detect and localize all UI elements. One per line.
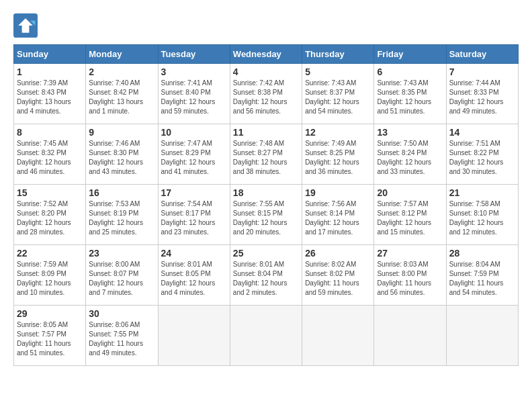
day-number: 4 <box>233 66 299 77</box>
day-number: 30 <box>89 308 154 319</box>
calendar-day-cell: 7 Sunrise: 7:44 AM Sunset: 8:33 PM Dayli… <box>446 64 518 124</box>
calendar-week-row: 8 Sunrise: 7:45 AM Sunset: 8:32 PM Dayli… <box>14 124 519 185</box>
day-info: Sunrise: 7:55 AM Sunset: 8:15 PM Dayligh… <box>233 199 299 237</box>
day-number: 13 <box>377 127 443 138</box>
weekday-header: Thursday <box>302 45 374 64</box>
day-number: 12 <box>305 127 371 138</box>
day-info: Sunrise: 7:49 AM Sunset: 8:25 PM Dayligh… <box>305 139 371 177</box>
calendar-week-row: 29 Sunrise: 8:05 AM Sunset: 7:57 PM Dayl… <box>14 306 519 366</box>
calendar-day-cell: 10 Sunrise: 7:47 AM Sunset: 8:29 PM Dayl… <box>158 124 230 185</box>
calendar-day-cell: 1 Sunrise: 7:39 AM Sunset: 8:43 PM Dayli… <box>14 64 86 124</box>
weekday-header-row: SundayMondayTuesdayWednesdayThursdayFrid… <box>14 45 519 64</box>
weekday-header: Sunday <box>14 45 86 64</box>
calendar-day-cell: 11 Sunrise: 7:48 AM Sunset: 8:27 PM Dayl… <box>230 124 302 185</box>
empty-cell <box>374 306 446 366</box>
day-info: Sunrise: 7:52 AM Sunset: 8:20 PM Dayligh… <box>17 199 83 237</box>
calendar-day-cell: 25 Sunrise: 8:01 AM Sunset: 8:04 PM Dayl… <box>230 245 302 306</box>
day-info: Sunrise: 8:01 AM Sunset: 8:05 PM Dayligh… <box>161 260 227 298</box>
day-number: 3 <box>161 66 227 77</box>
day-info: Sunrise: 7:50 AM Sunset: 8:24 PM Dayligh… <box>377 139 443 177</box>
day-number: 14 <box>449 127 515 138</box>
day-number: 26 <box>305 248 371 259</box>
day-number: 7 <box>449 66 515 77</box>
weekday-header: Saturday <box>446 45 518 64</box>
day-info: Sunrise: 7:59 AM Sunset: 8:09 PM Dayligh… <box>17 260 83 298</box>
calendar-day-cell: 14 Sunrise: 7:51 AM Sunset: 8:22 PM Dayl… <box>446 124 518 185</box>
day-info: Sunrise: 8:03 AM Sunset: 8:00 PM Dayligh… <box>377 260 443 298</box>
calendar-day-cell: 12 Sunrise: 7:49 AM Sunset: 8:25 PM Dayl… <box>302 124 374 185</box>
day-info: Sunrise: 7:51 AM Sunset: 8:22 PM Dayligh… <box>449 139 515 177</box>
calendar-day-cell: 22 Sunrise: 7:59 AM Sunset: 8:09 PM Dayl… <box>14 245 86 306</box>
day-info: Sunrise: 8:05 AM Sunset: 7:57 PM Dayligh… <box>17 320 83 358</box>
day-info: Sunrise: 7:46 AM Sunset: 8:30 PM Dayligh… <box>89 139 154 177</box>
day-info: Sunrise: 7:42 AM Sunset: 8:38 PM Dayligh… <box>233 79 299 116</box>
calendar-day-cell: 13 Sunrise: 7:50 AM Sunset: 8:24 PM Dayl… <box>374 124 446 185</box>
logo-icon <box>13 13 38 38</box>
calendar-day-cell: 17 Sunrise: 7:54 AM Sunset: 8:17 PM Dayl… <box>158 185 230 245</box>
day-info: Sunrise: 8:01 AM Sunset: 8:04 PM Dayligh… <box>233 260 299 298</box>
day-number: 19 <box>305 187 371 198</box>
day-number: 25 <box>233 248 299 259</box>
day-number: 5 <box>305 66 371 77</box>
weekday-header: Tuesday <box>158 45 230 64</box>
day-number: 15 <box>17 187 83 198</box>
calendar-day-cell: 16 Sunrise: 7:53 AM Sunset: 8:19 PM Dayl… <box>86 185 158 245</box>
day-number: 18 <box>233 187 299 198</box>
calendar-day-cell: 9 Sunrise: 7:46 AM Sunset: 8:30 PM Dayli… <box>86 124 158 185</box>
logo <box>13 13 40 38</box>
day-number: 10 <box>161 127 227 138</box>
day-number: 20 <box>377 187 443 198</box>
calendar-day-cell: 5 Sunrise: 7:43 AM Sunset: 8:37 PM Dayli… <box>302 64 374 124</box>
calendar-day-cell: 6 Sunrise: 7:43 AM Sunset: 8:35 PM Dayli… <box>374 64 446 124</box>
day-info: Sunrise: 7:43 AM Sunset: 8:35 PM Dayligh… <box>377 79 443 116</box>
calendar-day-cell: 20 Sunrise: 7:57 AM Sunset: 8:12 PM Dayl… <box>374 185 446 245</box>
day-number: 8 <box>17 127 83 138</box>
day-info: Sunrise: 8:00 AM Sunset: 8:07 PM Dayligh… <box>89 260 154 298</box>
calendar-day-cell: 29 Sunrise: 8:05 AM Sunset: 7:57 PM Dayl… <box>14 306 86 366</box>
calendar-week-row: 22 Sunrise: 7:59 AM Sunset: 8:09 PM Dayl… <box>14 245 519 306</box>
day-info: Sunrise: 7:58 AM Sunset: 8:10 PM Dayligh… <box>449 199 515 237</box>
calendar-week-row: 15 Sunrise: 7:52 AM Sunset: 8:20 PM Dayl… <box>14 185 519 245</box>
day-info: Sunrise: 7:54 AM Sunset: 8:17 PM Dayligh… <box>161 199 227 237</box>
empty-cell <box>446 306 518 366</box>
day-number: 1 <box>17 66 83 77</box>
day-number: 9 <box>89 127 154 138</box>
day-info: Sunrise: 7:44 AM Sunset: 8:33 PM Dayligh… <box>449 79 515 116</box>
calendar-day-cell: 24 Sunrise: 8:01 AM Sunset: 8:05 PM Dayl… <box>158 245 230 306</box>
empty-cell <box>158 306 230 366</box>
page-header <box>13 13 519 38</box>
day-number: 27 <box>377 248 443 259</box>
day-number: 11 <box>233 127 299 138</box>
day-number: 24 <box>161 248 227 259</box>
calendar-day-cell: 21 Sunrise: 7:58 AM Sunset: 8:10 PM Dayl… <box>446 185 518 245</box>
day-number: 2 <box>89 66 154 77</box>
calendar-day-cell: 28 Sunrise: 8:04 AM Sunset: 7:59 PM Dayl… <box>446 245 518 306</box>
weekday-header: Friday <box>374 45 446 64</box>
calendar-day-cell: 26 Sunrise: 8:02 AM Sunset: 8:02 PM Dayl… <box>302 245 374 306</box>
calendar-day-cell: 3 Sunrise: 7:41 AM Sunset: 8:40 PM Dayli… <box>158 64 230 124</box>
day-number: 23 <box>89 248 154 259</box>
calendar-day-cell: 18 Sunrise: 7:55 AM Sunset: 8:15 PM Dayl… <box>230 185 302 245</box>
calendar-day-cell: 23 Sunrise: 8:00 AM Sunset: 8:07 PM Dayl… <box>86 245 158 306</box>
day-number: 6 <box>377 66 443 77</box>
calendar-day-cell: 8 Sunrise: 7:45 AM Sunset: 8:32 PM Dayli… <box>14 124 86 185</box>
day-info: Sunrise: 7:39 AM Sunset: 8:43 PM Dayligh… <box>17 79 83 116</box>
day-info: Sunrise: 7:45 AM Sunset: 8:32 PM Dayligh… <box>17 139 83 177</box>
calendar-day-cell: 19 Sunrise: 7:56 AM Sunset: 8:14 PM Dayl… <box>302 185 374 245</box>
calendar-day-cell: 27 Sunrise: 8:03 AM Sunset: 8:00 PM Dayl… <box>374 245 446 306</box>
weekday-header: Monday <box>86 45 158 64</box>
day-info: Sunrise: 8:02 AM Sunset: 8:02 PM Dayligh… <box>305 260 371 298</box>
day-number: 22 <box>17 248 83 259</box>
calendar-week-row: 1 Sunrise: 7:39 AM Sunset: 8:43 PM Dayli… <box>14 64 519 124</box>
day-info: Sunrise: 8:04 AM Sunset: 7:59 PM Dayligh… <box>449 260 515 298</box>
day-number: 17 <box>161 187 227 198</box>
empty-cell <box>302 306 374 366</box>
day-number: 28 <box>449 248 515 259</box>
day-info: Sunrise: 7:43 AM Sunset: 8:37 PM Dayligh… <box>305 79 371 116</box>
day-info: Sunrise: 8:06 AM Sunset: 7:55 PM Dayligh… <box>89 320 154 358</box>
calendar-table: SundayMondayTuesdayWednesdayThursdayFrid… <box>13 44 519 366</box>
day-info: Sunrise: 7:47 AM Sunset: 8:29 PM Dayligh… <box>161 139 227 177</box>
calendar-day-cell: 2 Sunrise: 7:40 AM Sunset: 8:42 PM Dayli… <box>86 64 158 124</box>
weekday-header: Wednesday <box>230 45 302 64</box>
empty-cell <box>230 306 302 366</box>
